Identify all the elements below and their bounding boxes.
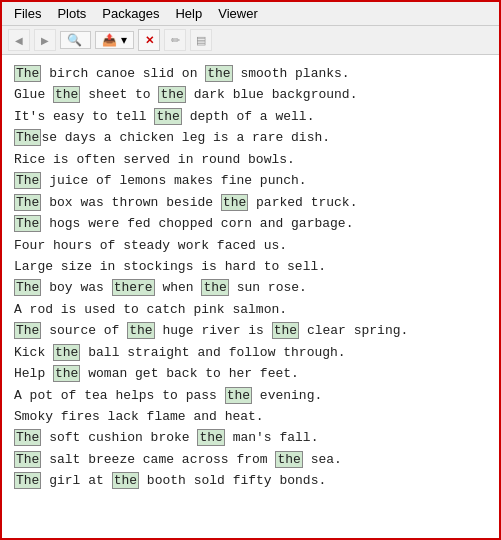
text-line: Glue the sheet to the dark blue backgrou… — [14, 84, 487, 105]
text-line: Help the woman get back to her feet. — [14, 363, 487, 384]
export-chevron: ▾ — [121, 33, 127, 47]
text-line: The soft cushion broke the man's fall. — [14, 427, 487, 448]
text-line: The box was thrown beside the parked tru… — [14, 192, 487, 213]
highlighted-word: The — [14, 322, 41, 339]
brush-button[interactable] — [164, 29, 186, 51]
highlighted-word: The — [14, 451, 41, 468]
highlighted-word: there — [112, 279, 155, 296]
menu-plots[interactable]: Plots — [49, 4, 94, 23]
highlighted-word: The — [14, 215, 41, 232]
extra-button[interactable]: ▤ — [190, 29, 212, 51]
highlighted-word: the — [201, 279, 228, 296]
menu-files[interactable]: Files — [6, 4, 49, 23]
highlighted-word: the — [197, 429, 224, 446]
export-button[interactable]: ▾ — [95, 31, 134, 49]
highlighted-word: the — [127, 322, 154, 339]
highlighted-word: The — [14, 129, 41, 146]
highlighted-word: The — [14, 429, 41, 446]
menubar: Files Plots Packages Help Viewer — [2, 2, 499, 26]
extra-icon: ▤ — [196, 34, 206, 47]
text-line: The birch canoe slid on the smooth plank… — [14, 63, 487, 84]
main-window: Files Plots Packages Help Viewer ▾ ▤ — [0, 0, 501, 540]
menu-viewer[interactable]: Viewer — [210, 4, 266, 23]
brush-icon — [171, 34, 180, 47]
highlighted-word: the — [272, 322, 299, 339]
forward-icon — [41, 34, 49, 46]
text-line: The source of the huge river is the clea… — [14, 320, 487, 341]
highlighted-word: the — [112, 472, 139, 489]
highlighted-word: The — [14, 172, 41, 189]
close-icon — [145, 34, 154, 47]
text-line: It's easy to tell the depth of a well. — [14, 106, 487, 127]
text-line: A pot of tea helps to pass the evening. — [14, 385, 487, 406]
forward-button[interactable] — [34, 29, 56, 51]
zoom-button[interactable] — [60, 31, 91, 49]
text-line: Kick the ball straight and follow throug… — [14, 342, 487, 363]
highlighted-word: the — [53, 86, 80, 103]
back-icon — [15, 34, 23, 46]
text-line: These days a chicken leg is a rare dish. — [14, 127, 487, 148]
text-line: Four hours of steady work faced us. — [14, 235, 487, 256]
highlighted-word: the — [53, 344, 80, 361]
text-line: Smoky fires lack flame and heat. — [14, 406, 487, 427]
highlighted-word: the — [221, 194, 248, 211]
highlighted-word: The — [14, 65, 41, 82]
menu-help[interactable]: Help — [167, 4, 210, 23]
text-line: Large size in stockings is hard to sell. — [14, 256, 487, 277]
highlighted-word: The — [14, 279, 41, 296]
text-line: Rice is often served in round bowls. — [14, 149, 487, 170]
text-line: A rod is used to catch pink salmon. — [14, 299, 487, 320]
text-line: The boy was there when the sun rose. — [14, 277, 487, 298]
text-line: The hogs were fed chopped corn and garba… — [14, 213, 487, 234]
highlighted-word: the — [53, 365, 80, 382]
text-line: The girl at the booth sold fifty bonds. — [14, 470, 487, 491]
close-button[interactable] — [138, 29, 160, 51]
text-line: The juice of lemons makes fine punch. — [14, 170, 487, 191]
toolbar: ▾ ▤ — [2, 26, 499, 55]
highlighted-word: the — [158, 86, 185, 103]
menu-packages[interactable]: Packages — [94, 4, 167, 23]
highlighted-word: The — [14, 194, 41, 211]
highlighted-word: the — [154, 108, 181, 125]
highlighted-word: The — [14, 472, 41, 489]
highlighted-word: the — [275, 451, 302, 468]
text-line: The salt breeze came across from the sea… — [14, 449, 487, 470]
highlighted-word: the — [205, 65, 232, 82]
back-button[interactable] — [8, 29, 30, 51]
zoom-icon — [67, 33, 82, 47]
highlighted-word: the — [225, 387, 252, 404]
export-icon — [102, 33, 117, 47]
content-area: The birch canoe slid on the smooth plank… — [2, 55, 499, 538]
